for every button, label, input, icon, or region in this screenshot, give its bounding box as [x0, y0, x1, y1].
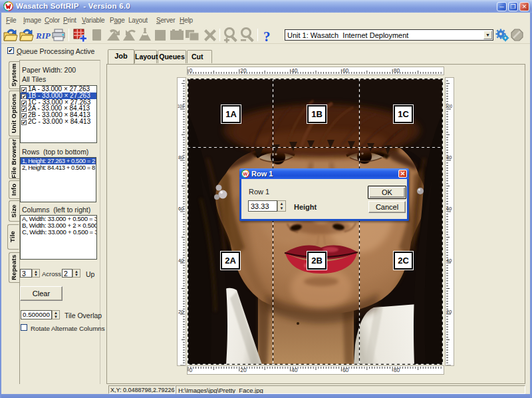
svg-text:20: 20: [240, 67, 247, 74]
svg-text:RIP: RIP: [35, 31, 51, 41]
svg-text:60: 60: [342, 67, 349, 74]
svg-text:20: 20: [240, 367, 247, 373]
svg-text:40: 40: [291, 67, 298, 74]
svg-text:?: ?: [263, 29, 271, 44]
svg-text:60: 60: [342, 367, 349, 373]
svg-text:80: 80: [394, 367, 400, 373]
svg-text:80: 80: [394, 67, 400, 74]
svg-text:W: W: [243, 171, 248, 177]
svg-text:40: 40: [291, 367, 298, 373]
